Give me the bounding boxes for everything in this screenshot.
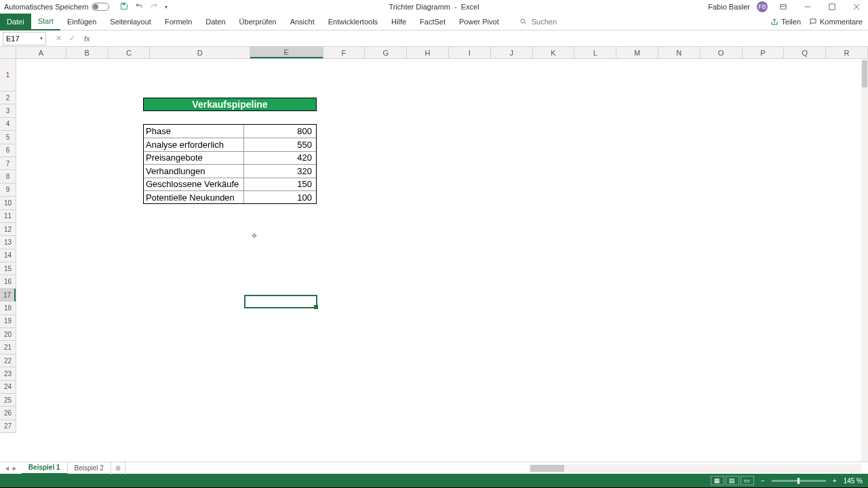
ribbon-tab-entwicklertools[interactable]: Entwicklertools bbox=[321, 14, 384, 30]
table-row[interactable]: Phase800 bbox=[144, 125, 316, 138]
ribbon-tab-daten[interactable]: Daten bbox=[199, 14, 232, 30]
col-header-B[interactable]: B bbox=[66, 47, 108, 58]
selected-cell[interactable] bbox=[244, 295, 317, 308]
row-header-15[interactable]: 15 bbox=[0, 262, 16, 275]
horizontal-scrollbar[interactable] bbox=[529, 464, 861, 472]
undo-icon[interactable] bbox=[135, 2, 143, 12]
row-header-2[interactable]: 2 bbox=[0, 92, 16, 104]
ribbon-tab-ansicht[interactable]: Ansicht bbox=[283, 14, 321, 30]
table-cell-value[interactable]: 150 bbox=[244, 178, 316, 190]
col-header-N[interactable]: N bbox=[658, 47, 701, 58]
zoom-slider[interactable] bbox=[772, 480, 826, 482]
col-header-I[interactable]: I bbox=[449, 47, 491, 58]
ribbon-tab-power pivot[interactable]: Power Pivot bbox=[452, 14, 506, 30]
row-header-26[interactable]: 26 bbox=[0, 407, 16, 420]
col-header-L[interactable]: L bbox=[574, 47, 616, 58]
col-header-F[interactable]: F bbox=[323, 47, 366, 58]
page-layout-view-icon[interactable]: ▤ bbox=[726, 476, 739, 485]
col-header-O[interactable]: O bbox=[701, 47, 743, 58]
row-header-4[interactable]: 4 bbox=[0, 118, 16, 131]
ribbon-tab-start[interactable]: Start bbox=[31, 14, 60, 30]
ribbon-tab-einfügen[interactable]: Einfügen bbox=[60, 14, 103, 30]
col-header-P[interactable]: P bbox=[743, 47, 785, 58]
page-break-view-icon[interactable]: ▭ bbox=[741, 476, 754, 485]
table-cell-value[interactable]: 100 bbox=[244, 191, 316, 203]
qat-dropdown-icon[interactable]: ▾ bbox=[165, 4, 167, 10]
row-header-7[interactable]: 7 bbox=[0, 157, 16, 170]
ribbon-tab-überprüfen[interactable]: Überprüfen bbox=[233, 14, 283, 30]
table-cell-value[interactable]: 320 bbox=[244, 165, 316, 177]
formula-input[interactable] bbox=[94, 32, 868, 45]
share-button[interactable]: Teilen bbox=[770, 18, 801, 26]
save-icon[interactable] bbox=[120, 2, 128, 12]
col-header-A[interactable]: A bbox=[16, 47, 66, 58]
select-all-corner[interactable] bbox=[0, 47, 16, 59]
row-header-9[interactable]: 9 bbox=[0, 184, 16, 197]
accept-formula-icon[interactable]: ✓ bbox=[68, 34, 76, 43]
normal-view-icon[interactable]: ▦ bbox=[711, 476, 724, 485]
table-row[interactable]: Geschlossene Verkäufe150 bbox=[144, 178, 316, 190]
table-cell-value[interactable]: 550 bbox=[244, 138, 316, 150]
col-header-D[interactable]: D bbox=[150, 47, 250, 58]
comments-button[interactable]: Kommentare bbox=[809, 18, 863, 26]
redo-icon[interactable] bbox=[150, 2, 158, 12]
ribbon-tab-hilfe[interactable]: Hilfe bbox=[384, 14, 413, 30]
ribbon-tab-formeln[interactable]: Formeln bbox=[158, 14, 199, 30]
table-row[interactable]: Potentielle Neukunden100 bbox=[144, 190, 316, 203]
chevron-down-icon[interactable]: ▾ bbox=[40, 35, 43, 41]
row-header-14[interactable]: 14 bbox=[0, 249, 16, 262]
row-header-5[interactable]: 5 bbox=[0, 131, 16, 144]
close-icon[interactable] bbox=[848, 1, 865, 13]
ribbon-tab-datei[interactable]: Datei bbox=[0, 14, 31, 30]
row-header-1[interactable]: 1 bbox=[0, 59, 16, 92]
zoom-in-icon[interactable]: + bbox=[833, 477, 837, 485]
row-header-18[interactable]: 18 bbox=[0, 302, 16, 314]
row-header-17[interactable]: 17 bbox=[0, 289, 16, 302]
table-cell-label[interactable]: Geschlossene Verkäufe bbox=[144, 178, 244, 190]
minimize-icon[interactable] bbox=[799, 1, 816, 13]
maximize-icon[interactable] bbox=[823, 1, 841, 13]
row-header-27[interactable]: 27 bbox=[0, 420, 16, 433]
row-header-24[interactable]: 24 bbox=[0, 381, 16, 394]
row-header-25[interactable]: 25 bbox=[0, 394, 16, 407]
row-header-20[interactable]: 20 bbox=[0, 328, 16, 341]
sheet-nav-next-icon[interactable]: ► bbox=[12, 465, 18, 472]
data-table[interactable]: Phase800Analyse erforderlich550Preisange… bbox=[143, 124, 317, 204]
row-header-13[interactable]: 13 bbox=[0, 236, 16, 249]
row-header-11[interactable]: 11 bbox=[0, 210, 16, 223]
table-cell-label[interactable]: Analyse erforderlich bbox=[144, 138, 244, 150]
col-header-Q[interactable]: Q bbox=[784, 47, 826, 58]
ribbon-tab-factset[interactable]: FactSet bbox=[413, 14, 452, 30]
table-row[interactable]: Verhandlungen320 bbox=[144, 164, 316, 177]
col-header-G[interactable]: G bbox=[365, 47, 407, 58]
table-cell-value[interactable]: 800 bbox=[244, 125, 316, 138]
col-header-C[interactable]: C bbox=[108, 47, 151, 58]
table-cell-label[interactable]: Potentielle Neukunden bbox=[144, 191, 244, 203]
add-sheet-button[interactable]: ⊕ bbox=[111, 462, 125, 474]
table-title[interactable]: Verkaufspipeline bbox=[143, 98, 317, 111]
row-header-23[interactable]: 23 bbox=[0, 367, 16, 380]
toggle-off-icon[interactable] bbox=[92, 3, 109, 11]
cancel-formula-icon[interactable]: ✕ bbox=[54, 34, 62, 43]
table-cell-label[interactable]: Preisangebote bbox=[144, 152, 244, 164]
table-cell-value[interactable]: 420 bbox=[244, 152, 316, 164]
row-header-3[interactable]: 3 bbox=[0, 104, 16, 117]
ribbon-tab-seitenlayout[interactable]: Seitenlayout bbox=[103, 14, 158, 30]
col-header-R[interactable]: R bbox=[826, 47, 868, 58]
row-header-19[interactable]: 19 bbox=[0, 315, 16, 328]
fx-icon[interactable]: fx bbox=[84, 35, 90, 43]
col-header-M[interactable]: M bbox=[616, 47, 658, 58]
row-header-12[interactable]: 12 bbox=[0, 223, 16, 236]
sheet-nav-prev-icon[interactable]: ◄ bbox=[4, 465, 10, 472]
table-row[interactable]: Preisangebote420 bbox=[144, 151, 316, 164]
row-header-22[interactable]: 22 bbox=[0, 354, 16, 367]
table-row[interactable]: Analyse erforderlich550 bbox=[144, 138, 316, 150]
spreadsheet-grid[interactable]: ABCDEFGHIJKLMNOPQR 123456789101112131415… bbox=[0, 47, 868, 462]
col-header-H[interactable]: H bbox=[407, 47, 449, 58]
col-header-K[interactable]: K bbox=[533, 47, 575, 58]
table-cell-label[interactable]: Verhandlungen bbox=[144, 165, 244, 177]
zoom-out-icon[interactable]: − bbox=[761, 477, 765, 485]
avatar[interactable]: FB bbox=[757, 1, 768, 12]
row-header-16[interactable]: 16 bbox=[0, 275, 16, 288]
row-header-21[interactable]: 21 bbox=[0, 341, 16, 354]
